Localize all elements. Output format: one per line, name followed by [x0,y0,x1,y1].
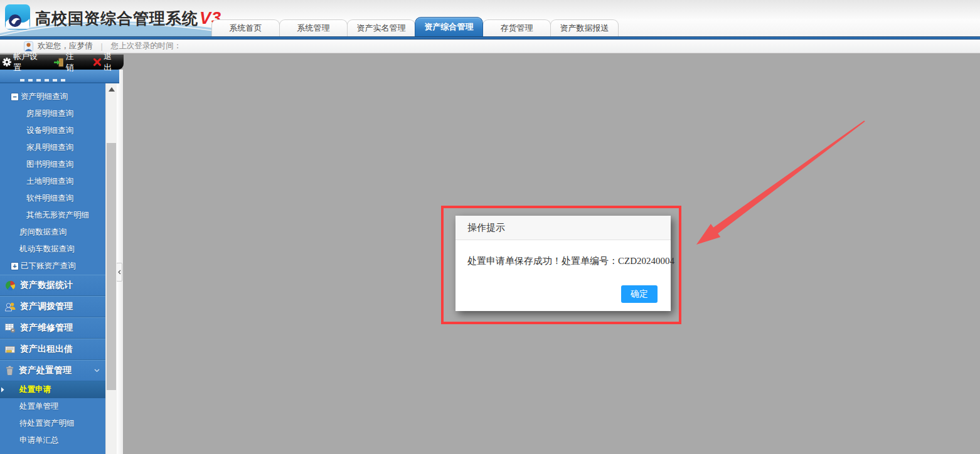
triangle-up-icon [109,87,115,92]
clipped-menu-item[interactable] [20,79,65,82]
sidebar-item-equipment-detail[interactable]: 设备明细查询 [0,122,105,139]
chevron-down-icon [94,369,100,372]
sidebar-item-land-detail[interactable]: 土地明细查询 [0,173,105,190]
sidebar-item-vehicle-data-query[interactable]: 机动车数据查询 [0,241,105,258]
operation-prompt-dialog: 操作提示 处置申请单保存成功！处置单编号：CZD20240004 确定 [455,216,671,311]
sidebar-section-asset-repair[interactable]: 资产维修管理 [0,317,105,339]
logout-door-icon [53,58,64,67]
app-header: 高校国资综合管理系统V3 系统首页 系统管理 资产实名管理 资产综合管理 存货管… [0,0,980,36]
sidebar-item-label: 处置单管理 [19,401,59,412]
sidebar-section-label: 资产数据统计 [20,280,73,291]
sidebar-item-label: 软件明细查询 [26,193,73,204]
people-icon [5,302,16,312]
tab-asset-realname[interactable]: 资产实名管理 [347,19,415,36]
dialog-message-text: 处置申请单保存成功！处置单编号： [467,255,618,266]
sidebar-item-label: 家具明细查询 [26,142,73,153]
pie-chart-icon [5,280,16,291]
account-toolbar: 帐户设置 注销 退出 [0,55,124,70]
scrollbar-thumb[interactable] [107,143,116,390]
exit-x-icon [93,58,102,66]
sidebar-item-label: 已下账资产查询 [21,261,76,272]
welcome-greeting: 欢迎您，应梦倩 [38,41,93,51]
sidebar-item-label: 申请单汇总 [19,435,59,446]
dialog-title: 操作提示 [455,216,671,240]
logout-button[interactable]: 注销 [53,51,86,73]
sidebar-item-software-detail[interactable]: 软件明细查询 [0,190,105,207]
user-avatar-icon [24,41,33,51]
sidebar-item-label: 图书明细查询 [26,159,73,170]
disposal-order-number: CZD20240004 [618,256,674,266]
sidebar-section-asset-allocation[interactable]: 资产调拨管理 [0,296,105,317]
trash-icon [5,366,14,376]
exit-label: 退出 [104,51,124,73]
sidebar-item-furniture-detail[interactable]: 家具明细查询 [0,139,105,156]
menu-top-strip [0,83,105,88]
sidebar-item-label: 处置申请 [19,384,51,395]
logout-label: 注销 [65,51,85,73]
sidebar-collapse-handle[interactable] [116,263,122,282]
dialog-message: 处置申请单保存成功！处置单编号：CZD20240004 [455,240,671,267]
gear-icon [3,58,11,66]
sidebar-section-label: 资产出租出借 [20,344,73,355]
sidebar-item-label: 资产明细查询 [21,92,68,102]
sidebar-section-asset-statistics[interactable]: 资产数据统计 [0,275,105,296]
sidebar-item-written-off-assets-query[interactable]: + 已下账资产查询 [0,258,105,275]
sidebar-item-label: 设备明细查询 [26,125,73,136]
last-login-label: 您上次登录的时间： [111,41,182,51]
sidebar-item-pending-disposal-assets[interactable]: 待处置资产明细 [0,415,105,432]
sidebar-item-disposal-application[interactable]: 处置申请 [0,381,105,398]
sidebar-item-label: 机动车数据查询 [19,244,75,255]
sidebar-section-asset-rental[interactable]: 资产出租出借 [0,339,105,360]
account-settings-button[interactable]: 帐户设置 [3,51,46,73]
top-nav-tabs: 系统首页 系统管理 资产实名管理 资产综合管理 存货管理 资产数据报送 [212,19,619,36]
scrollbar-up-button[interactable] [106,85,117,93]
sidebar-item-label: 待处置资产明细 [19,418,75,429]
sidebar-item-room-data-query[interactable]: 房间数据查询 [0,224,105,241]
grid-gear-icon [5,323,16,333]
app-logo-icon [5,4,30,29]
sidebar-item-label: 房间数据查询 [19,227,67,238]
collapse-minus-icon[interactable]: − [11,93,18,100]
sidebar-splitter[interactable] [116,70,123,454]
exit-button[interactable]: 退出 [93,51,124,73]
sidebar-item-label: 其他无形资产明细 [26,210,89,221]
sidebar-section-asset-disposal[interactable]: 资产处置管理 [0,360,105,381]
welcome-separator: | [101,42,103,51]
chevron-left-icon [118,270,121,275]
welcome-bar: 欢迎您，应梦倩 | 您上次登录的时间： [0,40,980,53]
sidebar-item-other-intangible-detail[interactable]: 其他无形资产明细 [0,207,105,224]
sidebar-item-label: 土地明细查询 [26,176,73,187]
sidebar-scrollbar[interactable] [105,83,117,454]
tab-system-management[interactable]: 系统管理 [279,19,348,36]
tab-system-home[interactable]: 系统首页 [211,19,280,36]
tab-inventory[interactable]: 存货管理 [482,19,551,36]
tab-asset-data-report[interactable]: 资产数据报送 [550,19,619,36]
sidebar-item-book-detail[interactable]: 图书明细查询 [0,156,105,173]
account-settings-label: 帐户设置 [13,51,46,73]
sidebar-item-asset-detail-query[interactable]: − 资产明细查询 [0,88,105,105]
active-item-arrow-icon [1,387,4,393]
sidebar-section-label: 资产调拨管理 [20,301,73,312]
sidebar-item-disposal-order-management[interactable]: 处置单管理 [0,398,105,415]
rent-card-icon [5,345,16,354]
sidebar-section-label: 资产处置管理 [19,365,72,376]
sidebar-menu: − 资产明细查询 房屋明细查询 设备明细查询 家具明细查询 图书明细查询 土地明… [0,83,105,454]
tab-asset-comprehensive[interactable]: 资产综合管理 [415,17,483,36]
sidebar: − 资产明细查询 房屋明细查询 设备明细查询 家具明细查询 图书明细查询 土地明… [0,70,123,454]
sidebar-item-application-summary[interactable]: 申请单汇总 [0,432,105,449]
expand-plus-icon[interactable]: + [11,263,18,270]
sidebar-item-label: 房屋明细查询 [26,108,73,119]
page-title: 高校国资综合管理系统V3 [35,8,221,29]
sidebar-section-label: 资产维修管理 [20,322,73,334]
ok-button[interactable]: 确定 [621,285,658,303]
sidebar-item-house-detail[interactable]: 房屋明细查询 [0,105,105,122]
